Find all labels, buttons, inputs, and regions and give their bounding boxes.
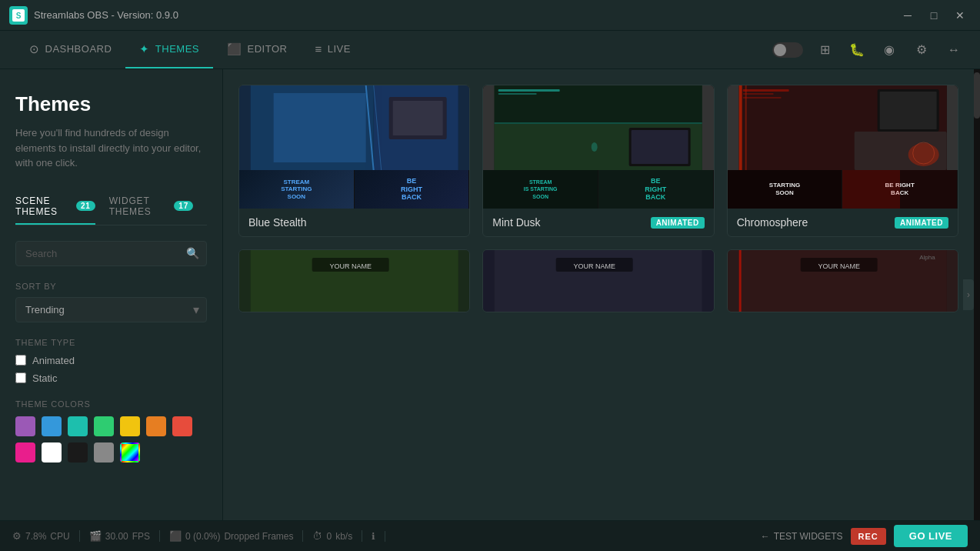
color-swatch-teal[interactable]	[68, 416, 88, 436]
color-swatches	[15, 416, 207, 463]
bandwidth-label: kb/s	[335, 531, 352, 542]
blue-stealth-sub1: STREAMSTARTINGSOON	[239, 170, 355, 209]
animated-label: Animated	[32, 355, 75, 366]
maximize-button[interactable]: □	[923, 5, 945, 26]
scrollbar-track: ›	[974, 69, 980, 520]
color-swatch-purple[interactable]	[15, 416, 35, 436]
page-subtitle: Here you'll find hundreds of design elem…	[15, 125, 207, 171]
svg-rect-23	[742, 89, 788, 92]
partial-1-img: YOUR NAME	[239, 250, 469, 312]
theme-card-mint-dusk[interactable]: STREAMIS STARTINGSOON BERIGHTBACK Mint D…	[482, 85, 714, 237]
tab-scene-themes[interactable]: SCENE THEMES 21	[15, 189, 95, 225]
nav-item-dashboard[interactable]: ⊙ DASHBOARD	[15, 31, 125, 68]
tab-scene-label: SCENE THEMES	[15, 195, 72, 217]
theme-card-partial-2[interactable]: YOUR NAME	[482, 249, 714, 312]
blue-stealth-info: Blue Stealth	[239, 209, 469, 236]
nav-label-dashboard: DASHBOARD	[45, 43, 112, 55]
color-swatch-yellow[interactable]	[120, 416, 140, 436]
svg-rect-9	[393, 101, 443, 135]
chromosphere-badge: ANIMATED	[895, 217, 948, 229]
minimize-button[interactable]: ─	[897, 5, 918, 26]
tab-widget-themes[interactable]: WIDGET THEMES 17	[109, 189, 193, 225]
fps-status: 🎬 30.00 FPS	[80, 530, 160, 542]
mint-dusk-sub1: STREAMIS STARTINGSOON	[483, 170, 598, 209]
rec-button[interactable]: REC	[851, 528, 886, 545]
page-title: Themes	[15, 92, 207, 116]
color-swatch-blue[interactable]	[42, 416, 62, 436]
cpu-label: CPU	[50, 531, 69, 542]
tab-scene-badge: 21	[76, 201, 95, 211]
close-button[interactable]: ✕	[949, 5, 971, 26]
mint-dusk-sub2: BERIGHTBACK	[598, 170, 714, 209]
mint-dusk-name: Mint Dusk	[492, 216, 540, 229]
fps-value: 30.00	[105, 531, 128, 542]
info-status: ℹ	[362, 531, 385, 542]
bandwidth-icon: ⏱	[312, 530, 322, 542]
theme-card-partial-1[interactable]: YOUR NAME	[238, 249, 470, 312]
static-filter[interactable]: Static	[15, 372, 207, 384]
nav-item-live[interactable]: ≡ LIVE	[301, 31, 364, 68]
settings-icon[interactable]: ⚙	[911, 39, 932, 61]
editor-icon: ⬛	[227, 42, 242, 56]
theme-card-chromosphere[interactable]: STARTINGSOON BE RIGHTBACK Chromosphere A…	[727, 85, 958, 237]
svg-rect-29	[879, 92, 936, 129]
mint-dusk-images: STREAMIS STARTINGSOON BERIGHTBACK	[483, 85, 713, 209]
svg-rect-17	[632, 130, 688, 164]
right-collapse-button[interactable]: ›	[963, 279, 974, 310]
theme-card-blue-stealth[interactable]: STREAMSTARTINGSOON BERIGHTBACK Blue Stea…	[238, 85, 470, 237]
svg-rect-21	[738, 85, 742, 170]
color-swatch-black[interactable]	[68, 442, 88, 463]
window-controls: ─ □ ✕	[897, 5, 971, 26]
live-icon: ≡	[315, 42, 322, 55]
night-mode-toggle[interactable]	[772, 42, 803, 58]
titlebar: S Streamlabs OBS - Version: 0.9.0 ─ □ ✕	[0, 0, 980, 31]
animated-filter[interactable]: Animated	[15, 355, 207, 366]
color-swatch-pink[interactable]	[15, 442, 35, 463]
search-input[interactable]	[15, 241, 207, 266]
bug-icon[interactable]: 🐛	[846, 39, 868, 61]
theme-type-filters: Animated Static	[15, 355, 207, 384]
color-swatch-orange[interactable]	[146, 416, 166, 436]
theme-type-label: THEME TYPE	[15, 338, 207, 347]
animated-checkbox[interactable]	[15, 355, 26, 366]
main-area: Themes Here you'll find hundreds of desi…	[0, 69, 980, 520]
sort-select[interactable]: Trending Newest Oldest	[15, 297, 207, 322]
mint-dusk-info: Mint Dusk ANIMATED	[483, 209, 713, 236]
themes-icon: ✦	[139, 42, 150, 56]
color-swatch-white[interactable]	[42, 442, 62, 463]
scrollbar-thumb[interactable]	[974, 72, 980, 119]
test-widgets-button[interactable]: ← TEST WIDGETS	[761, 531, 843, 542]
partial-2-img: YOUR NAME	[483, 250, 713, 312]
go-live-button[interactable]: GO LIVE	[894, 525, 968, 547]
svg-text:YOUR NAME: YOUR NAME	[574, 262, 616, 270]
nav-item-themes[interactable]: ✦ THEMES	[125, 31, 213, 68]
collapse-icon[interactable]: ↔	[943, 39, 965, 61]
sort-by-label: SORT BY	[15, 282, 207, 291]
color-swatch-red[interactable]	[172, 416, 192, 436]
svg-rect-13	[495, 122, 702, 124]
theme-colors-label: THEME COLORS	[15, 399, 207, 409]
color-swatch-green[interactable]	[94, 416, 114, 436]
tab-widget-badge: 17	[174, 201, 193, 211]
svg-rect-4	[274, 93, 366, 162]
cpu-icon: ⚙	[12, 530, 22, 542]
svg-rect-14	[498, 89, 560, 92]
sort-select-wrapper: Trending Newest Oldest	[15, 297, 207, 322]
layout-icon[interactable]: ⊞	[814, 39, 835, 61]
chromosphere-name: Chromosphere	[737, 216, 808, 229]
static-checkbox[interactable]	[15, 372, 26, 383]
mint-dusk-sub-imgs: STREAMIS STARTINGSOON BERIGHTBACK	[483, 170, 713, 209]
discord-icon[interactable]: ◉	[878, 39, 900, 61]
svg-text:S: S	[16, 12, 22, 20]
chromosphere-sub2: BE RIGHTBACK	[842, 170, 958, 209]
sidebar: Themes Here you'll find hundreds of desi…	[0, 69, 223, 520]
dropped-icon: ⬛	[169, 530, 182, 542]
blue-stealth-sub2: BERIGHTBACK	[355, 170, 470, 209]
nav-label-editor: EDITOR	[248, 43, 288, 55]
nav-item-editor[interactable]: ⬛ EDITOR	[213, 31, 301, 68]
color-swatch-gray[interactable]	[94, 442, 114, 463]
fps-label: FPS	[132, 531, 150, 542]
color-swatch-rainbow[interactable]	[120, 442, 140, 463]
svg-text:YOUR NAME: YOUR NAME	[329, 262, 372, 270]
theme-card-partial-3[interactable]: YOUR NAME Alpha	[727, 249, 958, 312]
